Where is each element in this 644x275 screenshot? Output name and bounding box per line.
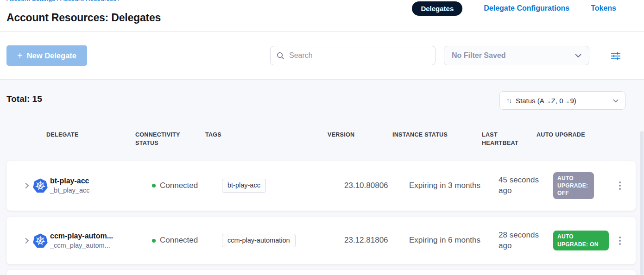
more-vertical-icon: [619, 237, 621, 245]
delegates-page: Account Settings / Account Resources / A…: [0, 0, 644, 275]
table-row[interactable]: ccm-play-autom... _ccm_play_autom... Con…: [6, 217, 636, 264]
tab-delegates[interactable]: Delegates: [412, 1, 462, 16]
table-row[interactable]: [6, 270, 636, 275]
row-menu-button[interactable]: [614, 237, 625, 245]
chevron-down-icon: [613, 96, 619, 105]
last-heartbeat: 45 seconds ago: [499, 175, 553, 196]
tab-tokens[interactable]: Tokens: [591, 4, 616, 12]
column-header-connectivity: CONNECTIVITY STATUS: [135, 131, 205, 147]
delegate-name[interactable]: bt-play-acc: [50, 176, 89, 186]
sort-arrows-icon: ↑↓: [506, 97, 511, 104]
sliders-icon: [610, 50, 622, 62]
row-expand-chevron-icon[interactable]: [23, 182, 31, 189]
total-count: Total: 15: [6, 94, 42, 104]
chevron-down-icon: [575, 51, 581, 60]
search-icon: [277, 52, 284, 60]
instance-status: Expiring in 6 months: [409, 235, 499, 246]
column-header-delegate: DELEGATE: [6, 131, 135, 139]
column-header-tags: TAGS: [205, 131, 328, 139]
last-heartbeat: 28 seconds ago: [499, 230, 553, 251]
new-delegate-button[interactable]: + New Delegate: [6, 45, 87, 66]
tab-delegate-configurations[interactable]: Delegate Configurations: [484, 4, 569, 12]
column-header-last-heartbeat: LAST HEARTBEAT: [482, 131, 537, 147]
connected-status-dot: [152, 184, 156, 188]
header-divider: [0, 31, 644, 32]
auto-upgrade-badge: AUTO UPGRADE: ON: [553, 231, 609, 250]
column-header-instance-status: INSTANCE STATUS: [392, 131, 482, 139]
row-menu-button[interactable]: [614, 181, 625, 190]
delegate-list-section: Total: 15 ↑↓ Status (A→Z, 0→9) DELEGATE …: [0, 80, 644, 275]
vertical-scrollbar[interactable]: [640, 131, 644, 275]
column-header-auto-upgrade: AUTO UPGRADE: [537, 131, 598, 139]
new-delegate-label: New Delegate: [27, 51, 76, 60]
saved-filter-value: No Filter Saved: [452, 51, 505, 60]
tag-chip: bt-play-acc: [222, 179, 266, 193]
delegate-identifier: _bt_play_acc: [50, 186, 89, 195]
plus-icon: +: [17, 51, 23, 60]
delegate-version: 23.12.81806: [344, 235, 409, 246]
sort-dropdown[interactable]: ↑↓ Status (A→Z, 0→9): [499, 91, 625, 110]
table-row[interactable]: bt-play-acc _bt_play_acc Connected bt-pl…: [6, 161, 636, 211]
delegate-name[interactable]: ccm-play-autom...: [50, 231, 113, 241]
search-box: [270, 46, 436, 65]
connectivity-status: Connected: [160, 235, 198, 246]
more-vertical-icon: [619, 181, 621, 190]
column-header-version: VERSION: [328, 131, 392, 139]
delegate-version: 23.10.80806: [344, 181, 409, 191]
delegate-identifier: _ccm_play_autom...: [50, 241, 113, 250]
kubernetes-icon: [33, 233, 48, 248]
kubernetes-icon: [33, 178, 48, 193]
table-header-row: DELEGATE CONNECTIVITY STATUS TAGS VERSIO…: [6, 131, 636, 147]
saved-filter-dropdown[interactable]: No Filter Saved: [444, 46, 589, 65]
page-title: Account Resources: Delegates: [6, 12, 161, 24]
breadcrumb[interactable]: Account Settings / Account Resources /: [6, 0, 120, 2]
filter-sliders-button[interactable]: [609, 49, 623, 63]
connected-status-dot: [152, 239, 156, 243]
auto-upgrade-badge: AUTO UPGRADE: OFF: [553, 172, 594, 200]
tag-chip: ccm-play-automation: [222, 234, 296, 248]
connectivity-status: Connected: [160, 181, 198, 191]
instance-status: Expiring in 3 months: [409, 181, 499, 191]
search-input[interactable]: [289, 51, 429, 60]
sort-value: Status (A→Z, 0→9): [516, 97, 608, 105]
row-expand-chevron-icon[interactable]: [23, 237, 31, 244]
resource-tabs: Delegates Delegate Configurations Tokens: [412, 0, 616, 16]
